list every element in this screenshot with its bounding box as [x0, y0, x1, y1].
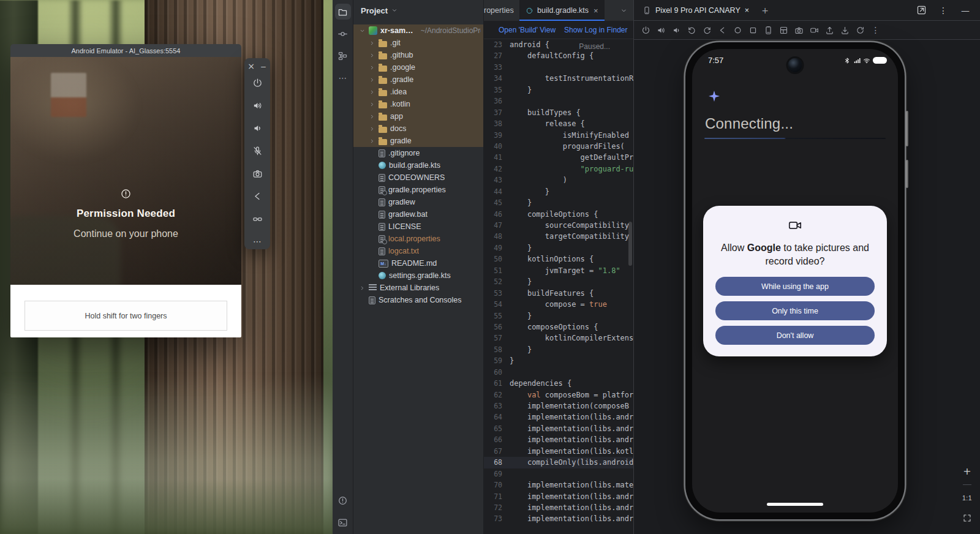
volume-up-button[interactable] [250, 98, 265, 113]
tree-item-google[interactable]: .google [353, 61, 483, 73]
tree-item-app[interactable]: app [353, 110, 483, 122]
code-editor[interactable]: Paused... 23android {27 defaultConfig {3… [484, 39, 633, 534]
structure-button[interactable] [335, 48, 351, 64]
hide-button[interactable]: — [958, 3, 973, 18]
emulator-title-bar[interactable]: Android Emulator - AI_Glasses:5554 [10, 44, 241, 57]
layout-button[interactable] [777, 23, 791, 37]
tree-item-idea[interactable]: .idea [353, 86, 483, 98]
chevron-right-icon[interactable] [369, 89, 375, 96]
back-button[interactable] [250, 189, 265, 203]
editor-scrollbar[interactable] [628, 222, 632, 266]
volume-down-button[interactable] [669, 23, 684, 37]
zoom-in-button[interactable]: + [960, 464, 974, 479]
tab-build-gradle-kts[interactable]: build.gradle.kts × [519, 0, 605, 21]
power-button[interactable] [639, 23, 653, 37]
code-line-43: 43 ) [484, 175, 633, 186]
chevron-right-icon[interactable] [359, 285, 366, 291]
gesture-navigation-bar[interactable] [767, 503, 823, 506]
open-window-button[interactable] [914, 3, 929, 18]
close-tab-icon[interactable]: × [594, 6, 598, 15]
back-button[interactable] [715, 23, 729, 37]
tree-item-readme-md[interactable]: M↓README.md [353, 257, 483, 269]
rotate-left-button[interactable] [685, 23, 699, 37]
permission-title: Permission Needed [10, 208, 241, 220]
device-tab-pixel-9-pro[interactable]: Pixel 9 Pro API CANARY × [640, 0, 752, 20]
front-camera-punch-hole [788, 58, 802, 72]
more-vert-button[interactable]: ⋮ [869, 23, 883, 37]
chevron-down-icon[interactable] [359, 28, 366, 34]
overview-button[interactable] [746, 23, 760, 37]
code-line-59: 59} [484, 355, 633, 366]
reset-button[interactable] [853, 23, 867, 37]
chevron-right-icon[interactable] [369, 77, 375, 83]
power-button[interactable] [250, 75, 265, 90]
tree-item-kotlin[interactable]: .kotlin [353, 98, 483, 110]
zoom-reset-button[interactable]: 1:1 [960, 491, 974, 505]
tree-item-license[interactable]: LICENSE [353, 220, 483, 233]
problems-button[interactable] [335, 492, 351, 508]
close-device-tab-icon[interactable]: × [745, 6, 749, 15]
mic-off-button[interactable] [250, 143, 265, 158]
chevron-right-icon[interactable] [369, 64, 375, 71]
emulator-screen[interactable]: Permission Needed Continue on your phone [10, 57, 241, 285]
volume-up-button[interactable] [654, 23, 668, 37]
more-vert-button[interactable]: ⋮ [936, 3, 951, 18]
tree-item-external-libraries[interactable]: External Libraries [353, 282, 483, 294]
chevron-right-icon[interactable] [369, 113, 375, 120]
add-device-tab-button[interactable]: + [758, 3, 772, 18]
tree-item-gitignore[interactable]: .gitignore [353, 147, 483, 159]
tree-item-git[interactable]: .git [353, 37, 483, 49]
tree-item-gradlew-bat[interactable]: gradlew.bat [353, 208, 483, 220]
screenshot-button[interactable] [761, 23, 775, 37]
tree-item-docs[interactable]: docs [353, 122, 483, 135]
phone-screen[interactable]: 7:57 Connecting... Allow Google to take … [692, 49, 898, 513]
download-button[interactable] [838, 23, 852, 37]
project-panel-header[interactable]: Project [353, 0, 483, 21]
line-number: 56 [484, 322, 510, 333]
chevron-right-icon[interactable] [369, 138, 375, 145]
hidden-tabs-button[interactable] [616, 3, 631, 18]
tree-item-build-gradle-kts[interactable]: build.gradle.kts [353, 159, 483, 171]
tree-item-settings-gradle-kts[interactable]: settings.gradle.kts [353, 269, 483, 282]
commit-button[interactable] [335, 26, 351, 42]
video-button[interactable] [807, 23, 821, 37]
code-line-62: 62 val composeBom = platfor [484, 389, 633, 401]
minimize-button[interactable]: ‒ [258, 61, 268, 71]
chevron-right-icon[interactable] [369, 52, 375, 59]
tree-item-gradle-properties[interactable]: gradle.properties [353, 184, 483, 196]
chevron-right-icon[interactable] [369, 40, 375, 47]
tree-item-gradle[interactable]: .gradle [353, 73, 483, 86]
project-folder-button[interactable] [335, 4, 351, 20]
camera-button[interactable] [792, 23, 806, 37]
rotate-right-button[interactable] [700, 23, 714, 37]
tree-item-github[interactable]: .github [353, 49, 483, 61]
chevron-right-icon[interactable] [369, 126, 375, 132]
tree-item-scratches-and-consoles[interactable]: Scratches and Consoles [353, 294, 483, 306]
chevron-right-icon[interactable] [369, 101, 375, 108]
glasses-button[interactable] [250, 211, 265, 226]
terminal-button[interactable] [335, 514, 351, 530]
code-text: implementation(libs.andr [510, 412, 633, 423]
tree-item-xr-samples[interactable]: xr-samples~/AndroidStudioProj [353, 24, 483, 37]
home-button[interactable] [731, 23, 745, 37]
open-build-view-link[interactable]: Open 'Build' View [499, 26, 556, 34]
camera-button[interactable] [250, 166, 265, 181]
show-log-in-finder-link[interactable]: Show Log in Finder [564, 26, 627, 34]
only-this-time-button[interactable]: Only this time [715, 301, 875, 320]
line-number: 42 [484, 164, 510, 175]
tree-item-gradlew[interactable]: gradlew [353, 196, 483, 208]
while-using-the-app-button[interactable]: While using the app [715, 277, 875, 296]
tree-item-logcat-txt[interactable]: logcat.txt [353, 245, 483, 257]
tree-item-local-properties[interactable]: local.properties [353, 233, 483, 245]
zoom-fit-button[interactable] [960, 511, 974, 525]
don-t-allow-button[interactable]: Don't allow [715, 326, 875, 345]
more-tools-button[interactable]: ⋯ [335, 70, 351, 86]
tree-item-gradle[interactable]: gradle [353, 135, 483, 147]
tab-gradle-properties[interactable]: roperties [484, 0, 519, 21]
tree-item-codeowners[interactable]: CODEOWNERS [353, 171, 483, 184]
more-button[interactable]: ⋯ [250, 234, 265, 249]
volume-down-button[interactable] [250, 121, 265, 135]
close-button[interactable]: × [246, 61, 256, 71]
upload-button[interactable] [823, 23, 837, 37]
line-number: 58 [484, 344, 510, 355]
